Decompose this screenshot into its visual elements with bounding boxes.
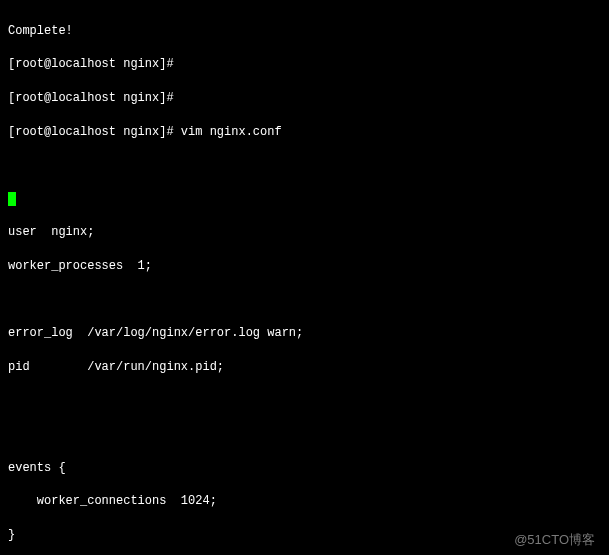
cursor-line bbox=[8, 191, 601, 208]
blank-line bbox=[8, 392, 601, 409]
config-events-open: events { bbox=[8, 460, 601, 477]
config-pid: pid /var/run/nginx.pid; bbox=[8, 359, 601, 376]
config-error-log: error_log /var/log/nginx/error.log warn; bbox=[8, 325, 601, 342]
blank-line bbox=[8, 292, 601, 309]
terminal-output[interactable]: Complete! [root@localhost nginx]# [root@… bbox=[8, 6, 601, 555]
config-worker-processes: worker_processes 1; bbox=[8, 258, 601, 275]
config-events-close: } bbox=[8, 527, 601, 544]
config-worker-connections: worker_connections 1024; bbox=[8, 493, 601, 510]
prompt-line-2: [root@localhost nginx]# bbox=[8, 90, 601, 107]
prompt-line-3: [root@localhost nginx]# vim nginx.conf bbox=[8, 124, 601, 141]
cursor-icon bbox=[8, 192, 16, 206]
blank-line bbox=[8, 157, 601, 174]
prompt-line-1: [root@localhost nginx]# bbox=[8, 56, 601, 73]
complete-line: Complete! bbox=[8, 23, 601, 40]
watermark-text: @51CTO博客 bbox=[514, 531, 595, 549]
config-user: user nginx; bbox=[8, 224, 601, 241]
blank-line bbox=[8, 426, 601, 443]
